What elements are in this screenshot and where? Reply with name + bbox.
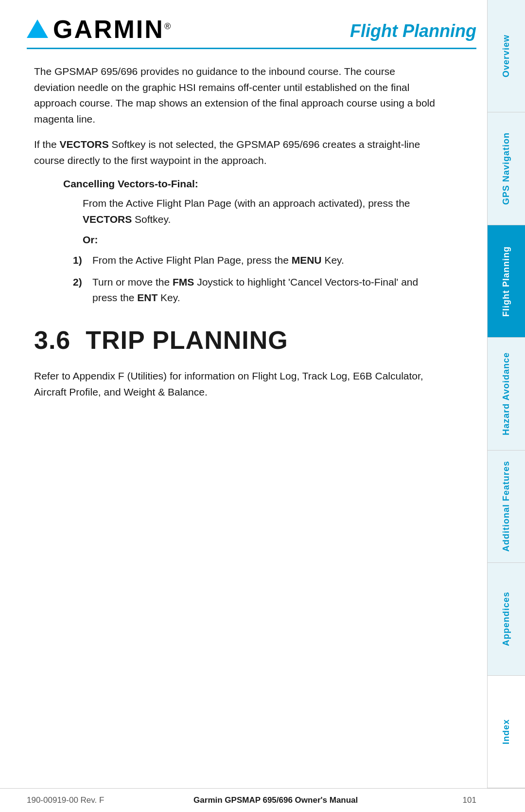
sidebar-item-appendices[interactable]: Appendices — [487, 563, 525, 675]
subsection-heading: Cancelling Vectors-to-Final: — [63, 178, 438, 190]
sidebar-item-overview[interactable]: Overview — [487, 0, 525, 112]
section-number: 3.6 — [34, 326, 70, 354]
garmin-logo: GARMIN® — [27, 15, 172, 44]
paragraph-2: If the VECTORS Softkey is not selected, … — [34, 137, 438, 168]
header: GARMIN® Flight Planning — [0, 0, 525, 44]
sidebar-item-gps-navigation[interactable]: GPS Navigation — [487, 112, 525, 225]
fms-bold: FMS — [173, 276, 194, 288]
registered-symbol: ® — [164, 21, 172, 31]
main-content: The GPSMAP 695/696 provides no guidance … — [0, 49, 486, 424]
footer-doc-number: 190-00919-00 Rev. F — [27, 795, 104, 805]
sidebar-label-additional-features: Additional Features — [501, 461, 511, 552]
section-3-6-title: 3.6 TRIP PLANNING — [34, 325, 438, 355]
sidebar-label-flight-planning: Flight Planning — [501, 246, 511, 317]
sidebar-label-appendices: Appendices — [501, 592, 511, 646]
footer-page-number: 101 — [447, 795, 476, 805]
vectors-bold-2: VECTORS — [83, 214, 132, 225]
footer: 190-00919-00 Rev. F Garmin GPSMAP 695/69… — [0, 788, 525, 812]
list-item-1: 1) From the Active Flight Plan Page, pre… — [73, 253, 438, 269]
list-num-1: 1) — [73, 253, 92, 269]
paragraph-1: The GPSMAP 695/696 provides no guidance … — [34, 64, 438, 127]
sidebar-item-additional-features[interactable]: Additional Features — [487, 451, 525, 563]
sidebar-label-gps-navigation: GPS Navigation — [501, 132, 511, 205]
list-text-2: Turn or move the FMS Joystick to highlig… — [92, 274, 438, 306]
or-label: Or: — [83, 234, 438, 246]
menu-bold: MENU — [292, 254, 322, 266]
sidebar-label-index: Index — [501, 719, 511, 744]
page-container: GARMIN® Flight Planning The GPSMAP 695/6… — [0, 0, 525, 812]
ent-bold: ENT — [137, 292, 158, 303]
page-title: Flight Planning — [350, 21, 476, 44]
logo-wordmark: GARMIN — [53, 15, 164, 43]
footer-manual-title: Garmin GPSMAP 695/696 Owner's Manual — [193, 795, 358, 805]
section-3-6-body: Refer to Appendix F (Utilities) for info… — [34, 368, 438, 400]
list-item-2: 2) Turn or move the FMS Joystick to high… — [73, 274, 438, 306]
sidebar-label-hazard-avoidance: Hazard Avoidance — [501, 352, 511, 435]
sidebar-item-index[interactable]: Index — [487, 676, 525, 788]
garmin-triangle-icon — [27, 19, 48, 38]
list-text-1: From the Active Flight Plan Page, press … — [92, 253, 438, 269]
subsection-heading-text: Cancelling Vectors-to-Final: — [63, 178, 198, 189]
sidebar-item-flight-planning[interactable]: Flight Planning — [487, 225, 525, 338]
or-label-text: Or — [83, 234, 95, 245]
vectors-bold-1: VECTORS — [60, 139, 109, 150]
logo-area: GARMIN® — [27, 15, 172, 44]
list-num-2: 2) — [73, 274, 92, 290]
sidebar-item-hazard-avoidance[interactable]: Hazard Avoidance — [487, 338, 525, 450]
numbered-list: 1) From the Active Flight Plan Page, pre… — [73, 253, 438, 306]
section-title-text: TRIP PLANNING — [86, 326, 288, 354]
indented-paragraph: From the Active Flight Plan Page (with a… — [83, 196, 438, 227]
sidebar: Overview GPS Navigation Flight Planning … — [487, 0, 525, 788]
sidebar-label-overview: Overview — [501, 35, 511, 77]
garmin-logo-text: GARMIN® — [53, 15, 172, 44]
